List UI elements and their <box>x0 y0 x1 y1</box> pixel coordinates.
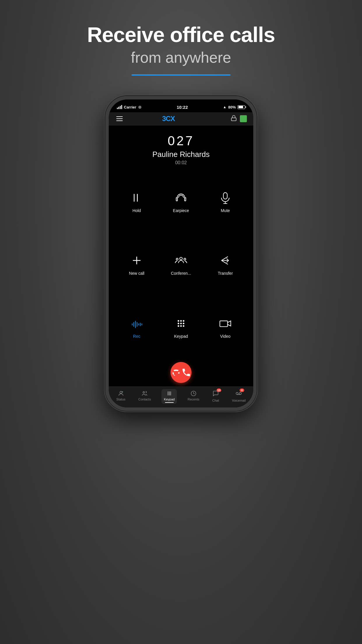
keypad-nav-label: Keypad <box>164 398 175 401</box>
page-subtitle: from anywhere <box>87 49 275 66</box>
svg-point-29 <box>120 391 122 393</box>
svg-point-39 <box>169 394 170 395</box>
svg-point-36 <box>169 393 170 394</box>
keypad-button[interactable]: Keypad <box>159 296 203 359</box>
battery-percent: 80% <box>228 105 236 109</box>
call-name: Pauline Richards <box>152 150 210 159</box>
header-section: Receive office calls from anywhere <box>87 23 275 76</box>
earpiece-icon <box>175 191 187 205</box>
rec-label: Rec <box>133 334 140 339</box>
signal-icon <box>117 105 122 109</box>
earpiece-label: Earpiece <box>173 208 189 213</box>
location-icon: ▲ <box>223 105 226 109</box>
rec-button[interactable]: Rec <box>115 296 159 359</box>
status-left: Carrier ⊛ <box>117 105 142 109</box>
phone-screen: Carrier ⊛ 10:22 ▲ 80% <box>109 99 253 407</box>
voicemail-badge: 8 <box>240 388 244 392</box>
mute-icon <box>219 191 232 205</box>
svg-point-26 <box>180 325 182 327</box>
end-call-icon <box>171 367 181 378</box>
app-logo: 3CX <box>162 115 175 123</box>
earpiece-button[interactable]: Earpiece <box>159 171 203 233</box>
end-call-phone-icon <box>181 368 191 377</box>
nav-item-voicemail[interactable]: 8 Voicemail <box>230 389 248 403</box>
transfer-icon <box>219 254 232 268</box>
page-title: Receive office calls <box>87 23 275 46</box>
nav-item-recents[interactable]: Recents <box>185 389 202 402</box>
new-call-icon <box>130 254 143 268</box>
new-call-label: New call <box>129 271 145 276</box>
svg-rect-3 <box>223 192 227 199</box>
svg-point-40 <box>170 394 171 395</box>
status-right: ▲ 80% <box>223 105 245 109</box>
svg-rect-0 <box>231 118 236 121</box>
keypad-label: Keypad <box>174 334 188 339</box>
end-call-area <box>171 359 191 386</box>
call-screen: 027 Pauline Richards 00:02 Hold <box>109 125 253 386</box>
call-duration: 00:02 <box>175 160 187 165</box>
chat-badge: 13 <box>217 388 221 392</box>
recents-nav-label: Recents <box>188 398 199 401</box>
svg-point-27 <box>183 325 184 327</box>
hold-label: Hold <box>133 208 141 213</box>
video-icon <box>219 317 232 331</box>
hold-button[interactable]: Hold <box>115 171 159 233</box>
voicemail-nav-label: Voicemail <box>232 399 246 402</box>
status-green-square <box>240 115 247 122</box>
svg-point-20 <box>180 320 182 322</box>
video-button[interactable]: Video <box>203 296 247 359</box>
call-number: 027 <box>168 134 194 148</box>
nav-item-contacts[interactable]: Contacts <box>136 389 153 402</box>
transfer-label: Transfer <box>218 271 233 276</box>
svg-point-8 <box>180 257 182 260</box>
svg-point-25 <box>178 325 179 327</box>
nav-item-status[interactable]: Status <box>114 389 128 402</box>
keypad-icon <box>175 317 187 331</box>
wifi-icon: ⊛ <box>138 105 142 109</box>
conference-icon <box>175 254 187 268</box>
keypad-nav-icon <box>166 390 173 397</box>
hold-icon <box>130 191 143 205</box>
time-label: 10:22 <box>177 105 188 110</box>
status-nav-label: Status <box>116 398 125 401</box>
mute-label: Mute <box>221 208 230 213</box>
svg-point-33 <box>169 392 170 393</box>
end-call-button[interactable] <box>171 362 191 383</box>
phone-container: Carrier ⊛ 10:22 ▲ 80% <box>105 96 257 411</box>
svg-point-42 <box>236 393 238 395</box>
contacts-nav-label: Contacts <box>138 398 151 401</box>
mute-button[interactable]: Mute <box>203 171 247 233</box>
svg-point-38 <box>168 394 168 395</box>
chat-nav-label: Chat <box>212 399 219 402</box>
bottom-nav: Status Contacts <box>109 386 253 407</box>
battery-icon <box>238 105 245 109</box>
nav-item-keypad[interactable]: Keypad <box>161 389 177 404</box>
phone-frame: Carrier ⊛ 10:22 ▲ 80% <box>105 96 257 411</box>
svg-point-19 <box>178 320 179 322</box>
new-call-button[interactable]: New call <box>115 234 159 296</box>
svg-point-24 <box>183 323 184 324</box>
nav-item-chat[interactable]: 13 Chat <box>210 389 221 403</box>
svg-point-21 <box>183 320 184 322</box>
conference-label: Conferen... <box>171 271 191 276</box>
svg-point-22 <box>178 323 179 324</box>
contacts-nav-icon <box>141 390 148 397</box>
header-icons <box>231 115 247 123</box>
carrier-label: Carrier <box>124 105 136 109</box>
svg-point-31 <box>143 392 145 393</box>
call-button-grid: Hold Earpiece <box>115 171 247 359</box>
lock-icon <box>231 115 237 123</box>
svg-point-43 <box>239 393 241 395</box>
hamburger-button[interactable] <box>115 115 124 122</box>
transfer-button[interactable]: Transfer <box>203 234 247 296</box>
svg-point-32 <box>168 392 168 393</box>
conference-button[interactable]: Conferen... <box>159 234 203 296</box>
svg-point-9 <box>176 258 178 260</box>
svg-point-37 <box>170 393 171 394</box>
svg-point-34 <box>170 392 171 393</box>
svg-point-23 <box>180 323 182 324</box>
svg-point-10 <box>184 258 186 260</box>
app-header: 3CX <box>109 112 253 125</box>
svg-point-30 <box>122 391 123 393</box>
status-nav-icon <box>118 390 124 397</box>
